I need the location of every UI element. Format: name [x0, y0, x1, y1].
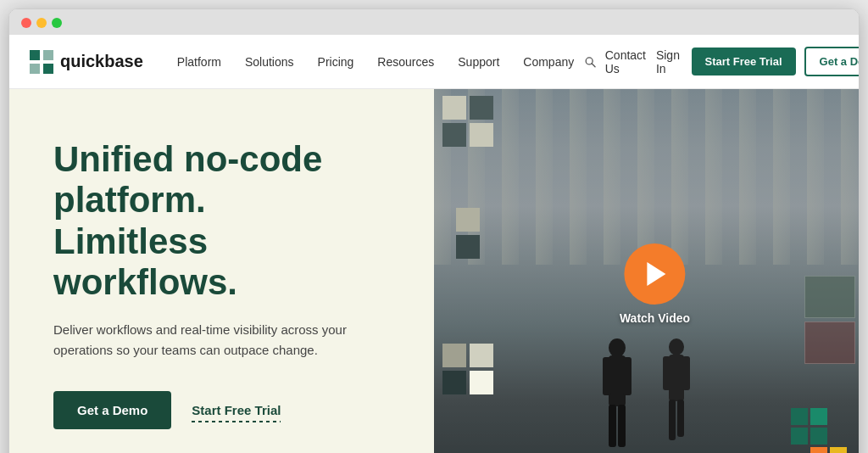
- hero-right: Watch Video: [434, 89, 859, 453]
- browser-window: quickbase Platform Solutions Pricing Res…: [8, 8, 860, 453]
- hero-left: Unified no-code platform. Limitless work…: [9, 89, 434, 453]
- hero-subtext: Deliver workflows and real-time visibili…: [53, 320, 359, 361]
- svg-rect-0: [30, 50, 40, 60]
- ct-6: [830, 428, 847, 445]
- traffic-lights: [21, 18, 62, 28]
- nav-platform[interactable]: Platform: [167, 48, 231, 76]
- svg-rect-3: [43, 64, 53, 74]
- traffic-light-yellow[interactable]: [36, 18, 47, 28]
- svg-rect-2: [30, 64, 40, 74]
- browser-chrome: [9, 9, 859, 35]
- nav-contact[interactable]: Contact Us: [605, 48, 648, 76]
- svg-line-5: [592, 63, 595, 66]
- figure-2: [655, 335, 698, 445]
- traffic-light-green[interactable]: [52, 18, 62, 28]
- hero-actions: Get a Demo Start Free Trial: [53, 391, 393, 429]
- svg-rect-9: [623, 357, 632, 395]
- play-button[interactable]: Watch Video: [620, 243, 690, 325]
- start-free-trial-button[interactable]: Start Free Trial: [692, 48, 796, 76]
- ct-8: [810, 447, 827, 453]
- svg-rect-1: [43, 50, 53, 60]
- nav-pricing[interactable]: Pricing: [308, 48, 364, 76]
- svg-rect-11: [618, 405, 626, 447]
- watch-video-label: Watch Video: [620, 311, 690, 325]
- hero-section: Unified no-code platform. Limitless work…: [9, 89, 859, 453]
- thumbnail-grid: [804, 276, 855, 364]
- nav-solutions[interactable]: Solutions: [235, 48, 304, 76]
- svg-rect-17: [677, 400, 684, 437]
- svg-point-12: [669, 338, 684, 355]
- nav-company[interactable]: Company: [513, 48, 584, 76]
- thumb-2: [804, 322, 855, 364]
- hero-heading: Unified no-code platform. Limitless work…: [53, 139, 393, 303]
- hero-heading-line1: Unified no-code platform.: [53, 139, 322, 220]
- ct-1: [791, 408, 808, 425]
- nav-signin[interactable]: Sign In: [656, 48, 683, 76]
- hero-heading-line2: Limitless workflows.: [53, 221, 237, 302]
- logo-text: quickbase: [60, 52, 143, 71]
- ct-2: [810, 408, 827, 425]
- nav-right: Contact Us Sign In Start Free Trial Get …: [584, 47, 860, 76]
- ct-5: [810, 428, 827, 445]
- play-triangle-icon: [648, 262, 666, 286]
- quickbase-logo-icon: [30, 50, 53, 74]
- hero-get-demo-button[interactable]: Get a Demo: [53, 391, 171, 429]
- get-demo-button[interactable]: Get a Demo: [804, 47, 860, 76]
- svg-rect-15: [682, 356, 690, 390]
- thumb-1: [804, 276, 855, 318]
- navbar: quickbase Platform Solutions Pricing Res…: [9, 35, 859, 89]
- play-circle: [625, 243, 686, 305]
- svg-rect-10: [609, 405, 616, 447]
- figures-group: [596, 335, 698, 453]
- hero-start-trial-button[interactable]: Start Free Trial: [192, 403, 281, 417]
- nav-support[interactable]: Support: [448, 48, 509, 76]
- svg-rect-8: [603, 357, 611, 395]
- svg-rect-16: [669, 400, 676, 440]
- svg-rect-14: [663, 356, 670, 390]
- svg-point-6: [609, 338, 626, 357]
- svg-rect-13: [669, 355, 684, 401]
- ct-4: [791, 428, 808, 445]
- traffic-light-red[interactable]: [21, 18, 31, 28]
- ct-7: [791, 447, 808, 453]
- corner-tiles: [791, 408, 847, 453]
- nav-resources[interactable]: Resources: [367, 48, 444, 76]
- ct-9: [830, 447, 847, 453]
- nav-links: Platform Solutions Pricing Resources Sup…: [167, 48, 584, 76]
- search-icon[interactable]: [584, 53, 597, 70]
- figure-1: [596, 335, 638, 453]
- logo[interactable]: quickbase: [30, 50, 143, 74]
- ct-3: [830, 408, 847, 425]
